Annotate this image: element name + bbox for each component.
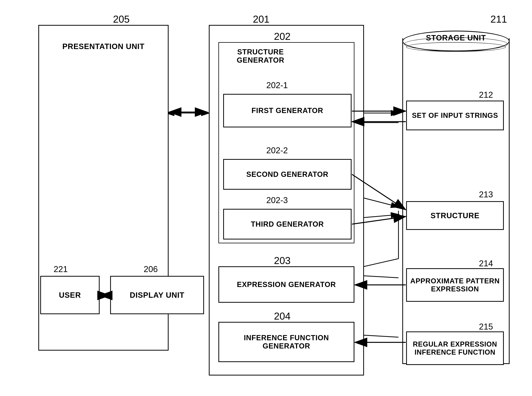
structure-generator-label: STRUCTURE GENERATOR xyxy=(222,48,299,64)
storage-unit-label: STORAGE UNIT xyxy=(402,34,509,42)
first-generator-label: FIRST GENERATOR xyxy=(252,106,323,115)
structure-label: STRUCTURE xyxy=(430,211,480,220)
ref-201: 201 xyxy=(253,13,270,25)
regular-expression-inference-function-label: REGULAR EXPRESSION INFERENCE FUNCTION xyxy=(407,340,503,356)
ref-204: 204 xyxy=(274,310,291,322)
ref-202: 202 xyxy=(274,31,291,42)
storage-cylinder-inner2 xyxy=(406,42,506,52)
ref-214: 214 xyxy=(479,259,493,268)
ref-213: 213 xyxy=(479,190,493,199)
set-of-input-strings-box: SET OF INPUT STRINGS xyxy=(406,101,504,130)
diagram-container: 205 PRESENTATION UNIT 201 202 STRUCTURE … xyxy=(0,0,532,396)
ref-202-1: 202-1 xyxy=(266,81,288,90)
user-box: USER xyxy=(40,276,100,314)
third-generator-label: THIRD GENERATOR xyxy=(251,220,324,228)
ref-202-2: 202-2 xyxy=(266,146,288,155)
inference-function-generator-label: INFERENCE FUNCTION GENERATOR xyxy=(219,334,354,350)
set-of-input-strings-label: SET OF INPUT STRINGS xyxy=(412,111,498,120)
second-generator-box: SECOND GENERATOR xyxy=(223,159,352,190)
ref-206: 206 xyxy=(144,264,158,274)
expression-generator-label: EXPRESSION GENERATOR xyxy=(237,280,336,289)
ref-215: 215 xyxy=(479,322,493,332)
expression-generator-box: EXPRESSION GENERATOR xyxy=(218,266,354,303)
display-unit-box: DISPLAY UNIT xyxy=(110,276,204,314)
approximate-pattern-expression-box: APPROXIMATE PATTERN EXPRESSION xyxy=(406,268,504,302)
second-generator-label: SECOND GENERATOR xyxy=(246,170,328,179)
ref-203: 203 xyxy=(274,255,291,266)
structure-box: STRUCTURE xyxy=(406,201,504,230)
ref-202-3: 202-3 xyxy=(266,195,288,205)
presentation-unit-label: PRESENTATION UNIT xyxy=(46,42,161,51)
display-unit-label: DISPLAY UNIT xyxy=(130,291,184,299)
ref-212: 212 xyxy=(479,90,493,100)
first-generator-box: FIRST GENERATOR xyxy=(223,94,352,127)
ref-221: 221 xyxy=(54,264,68,274)
approximate-pattern-expression-label: APPROXIMATE PATTERN EXPRESSION xyxy=(407,277,503,293)
ref-205: 205 xyxy=(113,13,130,25)
ref-211: 211 xyxy=(491,13,507,25)
inference-function-generator-box: INFERENCE FUNCTION GENERATOR xyxy=(218,322,354,362)
regular-expression-inference-function-box: REGULAR EXPRESSION INFERENCE FUNCTION xyxy=(406,332,504,365)
third-generator-box: THIRD GENERATOR xyxy=(223,209,352,239)
user-label: USER xyxy=(59,291,81,299)
